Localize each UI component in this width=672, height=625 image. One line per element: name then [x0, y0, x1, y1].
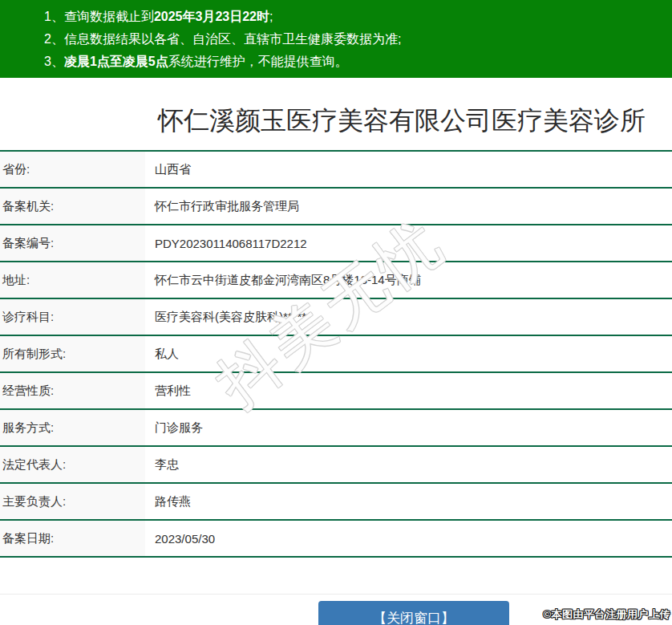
table-row: 省份:山西省 — [0, 152, 672, 189]
table-row: 诊疗科目:医疗美容科(美容皮肤科)****** — [0, 299, 672, 336]
row-label: 主要负责人: — [0, 484, 145, 519]
row-label: 经营性质: — [0, 373, 145, 408]
table-row: 法定代表人:李忠 — [0, 447, 672, 484]
row-value: 怀仁市行政审批服务管理局 — [145, 189, 672, 224]
table-row: 地址:怀仁市云中街道皮都金河湾南区8号楼13-14号商铺 — [0, 262, 672, 299]
notice-line: 2、信息数据结果以各省、自治区、直辖市卫生健康委数据为准; — [44, 28, 664, 51]
row-label: 省份: — [0, 152, 145, 187]
row-label: 法定代表人: — [0, 447, 145, 482]
table-row: 备案机关:怀仁市行政审批服务管理局 — [0, 189, 672, 225]
row-value: 门诊服务 — [145, 410, 672, 445]
row-value: 营利性 — [145, 373, 672, 408]
row-value: 怀仁市云中街道皮都金河湾南区8号楼13-14号商铺 — [145, 262, 672, 298]
notice-text: ; — [269, 10, 273, 23]
info-table: 省份:山西省备案机关:怀仁市行政审批服务管理局备案编号:PDY202301140… — [0, 150, 672, 558]
footer-copyright: ©本图由平台注册用户上传 — [543, 607, 670, 622]
table-row: 服务方式:门诊服务 — [0, 410, 672, 447]
page-title: 怀仁溪颜玉医疗美容有限公司医疗美容诊所 — [158, 104, 672, 136]
table-row: 所有制形式:私人 — [0, 336, 672, 373]
row-value: 李忠 — [145, 447, 672, 482]
row-value: 私人 — [145, 336, 672, 371]
notice-bold-text: 2025年3月23日22时 — [154, 10, 269, 23]
notice-line: 3、凌晨1点至凌晨5点系统进行维护，不能提供查询。 — [44, 51, 664, 73]
row-value: 路传燕 — [145, 484, 672, 519]
row-value: 山西省 — [145, 152, 672, 187]
notice-list: 1、查询数据截止到2025年3月23日22时;2、信息数据结果以各省、自治区、直… — [44, 6, 664, 73]
notice-bold-text: 凌晨1点至凌晨5点 — [64, 55, 168, 68]
notice-line: 1、查询数据截止到2025年3月23日22时; — [44, 6, 664, 28]
row-label: 服务方式: — [0, 410, 145, 445]
notice-text: 系统进行维护，不能提供查询。 — [168, 55, 348, 68]
notice-text: 2、信息数据结果以各省、自治区、直辖市卫生健康委数据为准; — [44, 32, 401, 46]
divider — [0, 594, 672, 595]
notice-bar: 1、查询数据截止到2025年3月23日22时;2、信息数据结果以各省、自治区、直… — [0, 0, 672, 78]
row-label: 诊疗科目: — [0, 299, 145, 335]
row-value: 2023/05/30 — [145, 521, 672, 556]
row-value: PDY20230114068117D2212 — [145, 225, 672, 261]
notice-text: 1、查询数据截止到 — [44, 10, 154, 23]
table-row: 经营性质:营利性 — [0, 373, 672, 410]
table-row: 主要负责人:路传燕 — [0, 484, 672, 521]
row-label: 备案机关: — [0, 189, 145, 224]
row-label: 备案日期: — [0, 521, 145, 556]
notice-text: 3、 — [44, 55, 64, 68]
table-row: 备案日期:2023/05/30 — [0, 521, 672, 558]
row-value: 医疗美容科(美容皮肤科)****** — [145, 299, 672, 335]
row-label: 所有制形式: — [0, 336, 145, 371]
close-window-button[interactable]: 【关闭窗口】 — [318, 601, 509, 625]
row-label: 地址: — [0, 262, 145, 298]
row-label: 备案编号: — [0, 225, 145, 261]
table-row: 备案编号:PDY20230114068117D2212 — [0, 225, 672, 262]
